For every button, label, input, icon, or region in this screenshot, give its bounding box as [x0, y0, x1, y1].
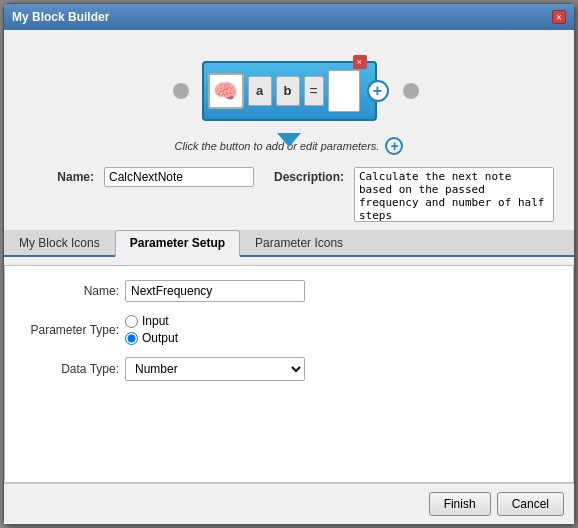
connector-right — [403, 83, 419, 99]
radio-output-label[interactable]: Output — [125, 331, 178, 345]
title-bar: My Block Builder × — [4, 4, 574, 30]
param-type-row: Parameter Type: Input Output — [19, 314, 559, 345]
cancel-button[interactable]: Cancel — [497, 492, 564, 516]
close-button[interactable]: × — [552, 10, 566, 24]
block-arrow — [277, 133, 301, 147]
radio-output[interactable] — [125, 332, 138, 345]
equals-symbol: = — [304, 76, 324, 106]
footer: Finish Cancel — [4, 483, 574, 524]
radio-input-label[interactable]: Input — [125, 314, 178, 328]
tabs-bar: My Block Icons Parameter Setup Parameter… — [4, 230, 574, 257]
finish-button[interactable]: Finish — [429, 492, 491, 516]
dialog-body: × 🧠 a b = + Click the button to add or e… — [4, 30, 574, 483]
tab-content-parameter-setup: Name: Parameter Type: Input Output — [4, 265, 574, 483]
connector-left — [173, 83, 189, 99]
param-name-row: Name: — [19, 280, 559, 302]
tab-parameter-setup[interactable]: Parameter Setup — [115, 230, 240, 257]
dialog-window: My Block Builder × × 🧠 a b = + — [3, 3, 575, 525]
name-description-row: Name: Description: Calculate the next no… — [14, 167, 564, 222]
param-type-radio-group: Input Output — [125, 314, 178, 345]
name-input[interactable] — [104, 167, 254, 187]
add-param-button[interactable]: + — [367, 80, 389, 102]
block-main: × 🧠 a b = + — [202, 61, 377, 121]
param-type-label: Parameter Type: — [19, 323, 119, 337]
param-a: a — [248, 76, 272, 106]
preview-area: × 🧠 a b = + Click the button to add or e… — [14, 40, 564, 159]
param-b: b — [276, 76, 300, 106]
brain-symbol: 🧠 — [213, 79, 238, 103]
param-name-label: Name: — [19, 284, 119, 298]
dialog-title: My Block Builder — [12, 10, 109, 24]
output-block — [328, 70, 360, 112]
param-datatype-select[interactable]: Number String Boolean Array — [125, 357, 305, 381]
description-label: Description: — [264, 167, 344, 184]
add-param-circle[interactable]: + — [385, 137, 403, 155]
block-brain-icon: 🧠 — [208, 73, 244, 109]
param-name-input[interactable] — [125, 280, 305, 302]
block-close-icon[interactable]: × — [353, 55, 367, 69]
radio-input-text: Input — [142, 314, 169, 328]
radio-input[interactable] — [125, 315, 138, 328]
radio-output-text: Output — [142, 331, 178, 345]
name-label: Name: — [14, 167, 94, 184]
param-datatype-row: Data Type: Number String Boolean Array — [19, 357, 559, 381]
block-preview: × 🧠 a b = + — [189, 48, 389, 133]
param-datatype-label: Data Type: — [19, 362, 119, 376]
description-textarea[interactable]: Calculate the next note based on the pas… — [354, 167, 554, 222]
tab-my-block-icons[interactable]: My Block Icons — [4, 230, 115, 255]
tab-parameter-icons[interactable]: Parameter Icons — [240, 230, 358, 255]
